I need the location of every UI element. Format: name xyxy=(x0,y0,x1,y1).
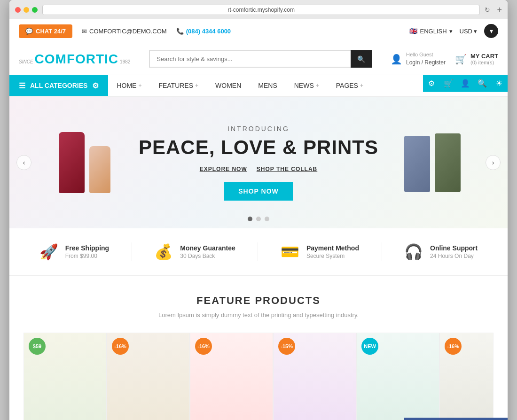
shop-collab-link[interactable]: SHOP THE COLLAB xyxy=(257,166,317,172)
badge-new-5: NEW xyxy=(361,338,378,355)
sidebar-theme-icon[interactable]: ☀ xyxy=(491,75,508,92)
shipping-title: Free Shipping xyxy=(65,244,109,252)
search-button[interactable]: 🔍 xyxy=(351,50,372,68)
shop-now-button[interactable]: SHOP NOW xyxy=(224,182,293,201)
payment-title: Payment Method xyxy=(306,244,359,252)
nav-pages[interactable]: PAGES + xyxy=(328,75,372,96)
address-bar[interactable]: rt-comfortic.myshopify.com xyxy=(42,5,480,15)
chat-widget[interactable]: 💬 Chat with Us xyxy=(404,418,508,420)
user-text: Hello Guest Login / Register xyxy=(406,51,446,66)
phone-number: (084) 4344 6000 xyxy=(186,28,231,35)
slider-dots xyxy=(248,217,269,221)
top-bar: 💬 CHAT 24/7 ✉ COMFORTIC@DEMO.COM 📞 (084)… xyxy=(9,19,508,43)
section-subtitle: Lorem Ipsum is simply dummy text of the … xyxy=(19,311,498,319)
sidebar-search-icon[interactable]: 🔍 xyxy=(474,75,491,92)
section-title: FEATURE PRODUCTS xyxy=(19,295,498,307)
product-card-3[interactable]: -16% xyxy=(190,333,273,420)
badge-discount-3: -16% xyxy=(195,338,212,355)
feature-divider-2 xyxy=(258,242,258,261)
shipping-subtitle: From $99.00 xyxy=(65,253,109,259)
badge-discount-2: -16% xyxy=(112,338,129,355)
product-card-5[interactable]: NEW xyxy=(356,333,439,420)
search-input[interactable] xyxy=(149,50,351,68)
close-button[interactable] xyxy=(15,7,21,13)
payment-icon: 💳 xyxy=(281,243,299,261)
nav-pages-label: PAGES xyxy=(336,82,358,89)
explore-now-link[interactable]: EXPLORE NOW xyxy=(200,166,247,172)
nav-women[interactable]: WOMEN xyxy=(207,75,250,96)
feature-support: 🎧 Online Support 24 Hours On Day xyxy=(404,243,478,261)
hero-links: EXPLORE NOW SHOP THE COLLAB xyxy=(139,166,378,172)
nav-news-label: NEWS xyxy=(294,82,314,89)
support-title: Online Support xyxy=(430,244,478,252)
product-card-2[interactable]: -16% xyxy=(107,333,190,420)
product-card-1[interactable]: $59 xyxy=(24,333,107,420)
slider-dot-1[interactable] xyxy=(248,217,252,221)
chat-button[interactable]: 💬 CHAT 24/7 xyxy=(19,24,72,38)
perfume-bottle-2 xyxy=(89,146,110,193)
header-right: 👤 Hello Guest Login / Register 🛒 MY CART… xyxy=(391,51,498,66)
site-logo[interactable]: SINCE COMFORTIC 1982 xyxy=(19,52,130,67)
login-register-link[interactable]: Login / Register xyxy=(406,59,446,67)
feature-shipping-text: Free Shipping From $99.00 xyxy=(65,244,109,259)
email-icon: ✉ xyxy=(82,28,87,35)
minimize-button[interactable] xyxy=(24,7,29,13)
badge-price-1: $59 xyxy=(29,338,46,355)
badge-discount-4: -15% xyxy=(278,338,295,355)
nav-news[interactable]: NEWS + xyxy=(286,75,328,96)
slider-prev-button[interactable]: ‹ xyxy=(16,155,31,170)
sidebar-cart-icon[interactable]: 🛒 xyxy=(440,75,457,92)
cart-section[interactable]: 🛒 MY CART (0) item(s) xyxy=(455,53,498,65)
perfume-bottle-4 xyxy=(435,133,461,192)
slider-dot-3[interactable] xyxy=(265,217,269,221)
user-section[interactable]: 👤 Hello Guest Login / Register xyxy=(391,51,446,66)
nav-mens-label: MENS xyxy=(258,82,277,89)
site-header: SINCE COMFORTIC 1982 🔍 👤 Hello Guest Log… xyxy=(9,43,508,75)
sidebar-filter-icon[interactable]: ⚙ xyxy=(423,75,440,92)
logo-year: 1982 xyxy=(120,59,130,64)
logo-main: COMFORTIC xyxy=(35,52,119,67)
language-selector[interactable]: 🇬🇧 ENGLISH ▾ xyxy=(409,27,452,35)
product-card-6[interactable]: -16% xyxy=(439,333,494,420)
nav-mens[interactable]: MENS xyxy=(250,75,285,96)
product-card-4[interactable]: -15% xyxy=(273,333,356,420)
hero-slider: INTRODUCING PEACE, LOVE & PRINTS EXPLORE… xyxy=(9,97,508,228)
nav-news-plus: + xyxy=(316,82,319,89)
settings-icon: ⚙ xyxy=(92,81,99,90)
sidebar-user-icon[interactable]: 👤 xyxy=(457,75,474,92)
shipping-icon: 🚀 xyxy=(39,243,58,261)
search-bar: 🔍 xyxy=(149,50,372,68)
user-icon: 👤 xyxy=(391,54,402,65)
user-avatar-dark[interactable]: ▾ xyxy=(484,24,498,38)
cart-text: MY CART (0) item(s) xyxy=(470,53,498,65)
feature-payment: 💳 Payment Method Secure System xyxy=(281,243,359,261)
slider-next-button[interactable]: › xyxy=(486,155,501,170)
reload-button[interactable]: ↻ xyxy=(485,6,490,14)
feature-shipping: 🚀 Free Shipping From $99.00 xyxy=(39,243,109,261)
payment-subtitle: Secure System xyxy=(306,253,359,259)
currency-selector[interactable]: USD ▾ xyxy=(460,28,477,35)
nav-home-plus: + xyxy=(138,82,141,89)
fullscreen-button[interactable] xyxy=(32,7,38,13)
phone-contact[interactable]: 📞 (084) 4344 6000 xyxy=(176,28,231,35)
perfume-left-group xyxy=(9,97,160,228)
email-contact: ✉ COMFORTIC@DEMO.COM xyxy=(82,28,167,35)
hero-content: INTRODUCING PEACE, LOVE & PRINTS EXPLORE… xyxy=(139,125,378,201)
feature-payment-text: Payment Method Secure System xyxy=(306,244,359,259)
new-tab-button[interactable]: + xyxy=(497,5,502,15)
guarantee-subtitle: 30 Days Back xyxy=(180,253,235,259)
nav-home[interactable]: HOME + xyxy=(108,75,150,96)
perfume-bottle-1 xyxy=(59,132,85,193)
nav-features[interactable]: FEATURES + xyxy=(150,75,207,96)
slider-dot-2[interactable] xyxy=(256,217,261,221)
phone-icon: 📞 xyxy=(176,28,184,35)
perfume-bottle-3 xyxy=(404,136,430,192)
feature-support-text: Online Support 24 Hours On Day xyxy=(430,244,478,259)
chat-icon: 💬 xyxy=(25,28,33,35)
products-row: $59 -16% -16% -15% xyxy=(19,333,498,420)
browser-chrome: rt-comfortic.myshopify.com ↻ + xyxy=(9,0,508,19)
logo-since: SINCE xyxy=(19,59,33,64)
hero-intro: INTRODUCING xyxy=(139,125,378,132)
feature-guarantee-text: Money Guarantee 30 Days Back xyxy=(180,244,235,259)
all-categories-button[interactable]: ☰ ALL CATEGORIES ⚙ xyxy=(9,75,108,96)
